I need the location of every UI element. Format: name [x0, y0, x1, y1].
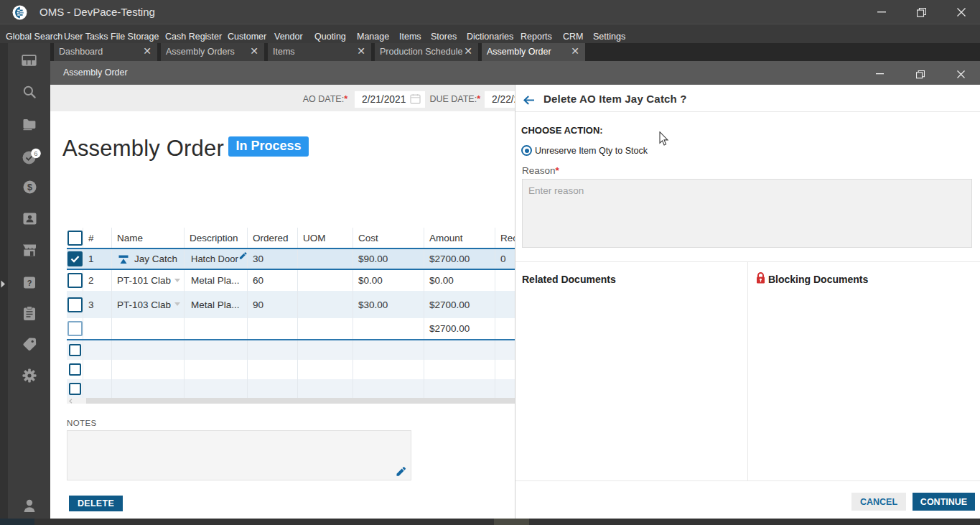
- svg-text:6: 6: [34, 149, 37, 157]
- svg-text:$: $: [27, 182, 32, 192]
- svg-text:?: ?: [27, 279, 32, 287]
